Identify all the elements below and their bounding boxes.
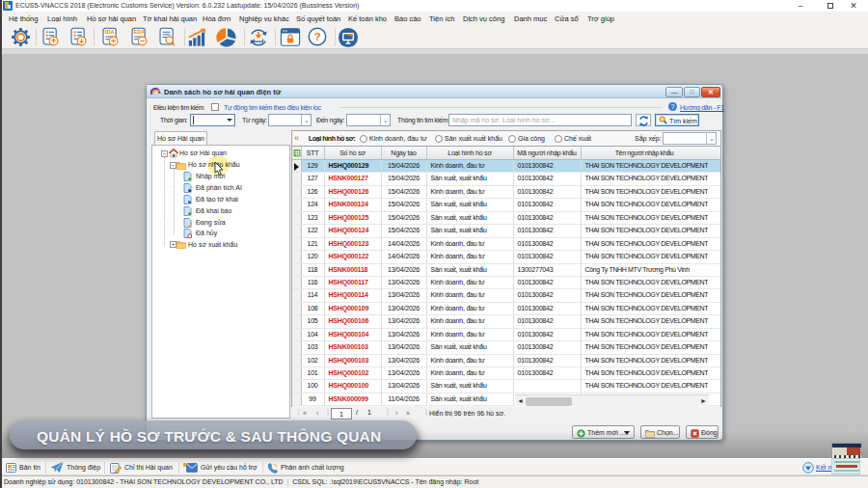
svg-text:EDA: EDA [133,29,145,35]
svg-text:?: ? [314,30,321,43]
svg-text:IDA: IDA [105,29,115,35]
